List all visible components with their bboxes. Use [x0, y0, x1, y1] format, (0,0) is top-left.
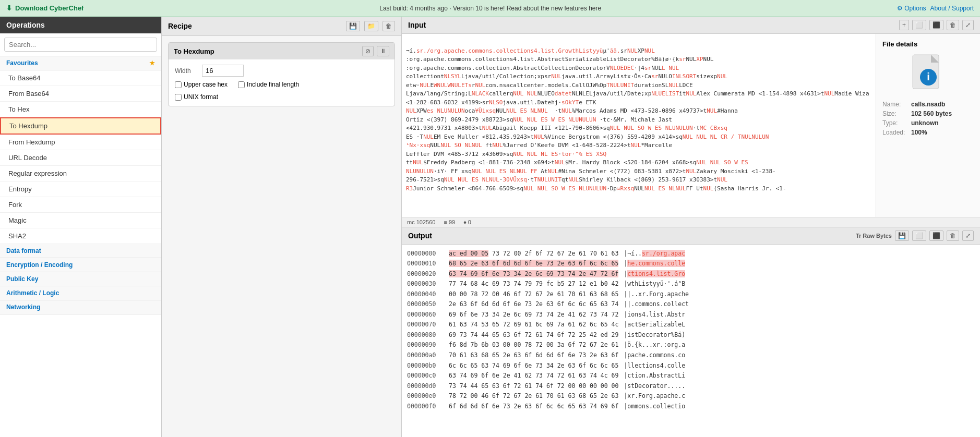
hex-row: 000000502e 63 6f 6d 6d 6f 6e 73 2e 63 6f…: [407, 299, 975, 310]
svg-text:i: i: [927, 71, 930, 82]
hex-offset: 00000000: [407, 249, 444, 259]
search-input[interactable]: [4, 38, 157, 52]
sidebar-section-data-format[interactable]: Data format: [0, 244, 161, 258]
hex-ascii: |ctions4.list.Gro: [624, 269, 685, 280]
input-split-button[interactable]: ⬛: [929, 20, 943, 30]
add-input-button[interactable]: +: [899, 20, 909, 30]
file-icon: i: [907, 52, 949, 94]
upper-case-option[interactable]: Upper case hex: [175, 81, 228, 88]
sidebar-section-encryption[interactable]: Encryption / Encoding: [0, 258, 161, 272]
output-title: Output: [408, 232, 432, 240]
input-header: Input + ⬜ ⬛ 🗑 ⤢: [402, 17, 980, 34]
hex-row: 00000090f6 8d 7b 6b 03 00 00 78 72 00 3a…: [407, 340, 975, 350]
sidebar-search-area: [0, 33, 161, 56]
input-expand-button[interactable]: ⤢: [962, 20, 974, 30]
hex-row: 000000b06c 6c 65 63 74 69 6f 6e 73 34 2e…: [407, 361, 975, 371]
input-text[interactable]: ¬í.sr./org.apache.commons.collections4.l…: [402, 34, 876, 217]
final-length-checkbox[interactable]: [238, 81, 245, 88]
output-new-button[interactable]: ⬜: [912, 230, 926, 241]
topbar-right: ⚙ Options About / Support: [897, 5, 974, 12]
hex-row: 000000a070 61 63 68 65 2e 63 6f 6d 6d 6f…: [407, 350, 975, 361]
hex-ascii: ||.commons.collect: [624, 299, 689, 310]
hex-bytes: 00 00 78 72 00 46 6f 72 67 2e 61 70 61 6…: [449, 289, 618, 300]
sidebar-item-regex[interactable]: Regular expression: [0, 166, 161, 181]
upper-case-checkbox[interactable]: [175, 81, 182, 88]
sidebar-item-fork[interactable]: Fork: [0, 197, 161, 213]
output-body[interactable]: 00000000ac ed 00 05 73 72 00 2f 6f 72 67…: [402, 245, 980, 438]
hex-bytes: 2e 63 6f 6d 6d 6f 6e 73 2e 63 6f 6c 6c 6…: [449, 299, 618, 310]
hex-offset: 000000e0: [407, 391, 444, 402]
hex-row: 0000006069 6f 6e 73 34 2e 6c 69 73 74 2e…: [407, 310, 975, 320]
file-details-panel: File details i Name: calls.n: [876, 34, 980, 217]
file-size-row: Size: 102 560 bytes: [882, 110, 974, 117]
load-recipe-button[interactable]: 📁: [364, 21, 378, 31]
options-link[interactable]: ⚙ Options: [897, 5, 926, 12]
sidebar-title: Operations: [0, 17, 161, 33]
hex-offset: 00000010: [407, 259, 444, 269]
hex-bytes: 78 72 00 46 6f 72 67 2e 61 70 61 63 68 6…: [449, 391, 618, 402]
sidebar-section-public-key[interactable]: Public Key: [0, 272, 161, 286]
sidebar-item-to-base64[interactable]: To Base64: [0, 70, 161, 86]
hex-row: 0000008069 73 74 44 65 63 6f 72 61 74 6f…: [407, 330, 975, 341]
input-status-bar: mc 102560 ≡ 99 ♦ 0: [402, 217, 980, 227]
sidebar-item-from-base64[interactable]: From Base64: [0, 86, 161, 102]
hex-offset: 00000020: [407, 269, 444, 280]
hex-ascii: |he.commons.colle: [624, 259, 685, 269]
hex-bytes: 69 6f 6e 73 34 2e 6c 69 73 74 2e 41 62 7…: [449, 310, 618, 320]
hex-offset: 000000f0: [407, 402, 444, 412]
download-link[interactable]: ⬇ Download CyberChef: [6, 4, 83, 12]
output-expand-button[interactable]: ⤢: [962, 230, 974, 241]
sidebar-item-to-hex[interactable]: To Hex: [0, 102, 161, 117]
about-link[interactable]: About / Support: [930, 5, 974, 12]
recipe-title: Recipe: [168, 22, 192, 30]
hex-ascii: |ions4.list.Abstr: [624, 310, 685, 320]
disable-operation-button[interactable]: ⊘: [362, 46, 374, 56]
status-bytes: mc 102560: [407, 219, 435, 225]
width-input[interactable]: [202, 65, 244, 77]
hex-ascii: |xr.Forg.apache.c: [624, 391, 685, 402]
hex-offset: 000000b0: [407, 361, 444, 371]
hex-bytes: 6c 6c 65 63 74 69 6f 6e 73 34 2e 63 6f 6…: [449, 361, 618, 371]
file-loaded-row: Loaded: 100%: [882, 129, 974, 136]
save-recipe-button[interactable]: 💾: [346, 21, 360, 31]
hex-bytes: 61 63 74 53 65 72 69 61 6c 69 7a 61 62 6…: [449, 320, 618, 330]
output-split-button[interactable]: ⬛: [929, 230, 943, 241]
hex-offset: 00000040: [407, 289, 444, 300]
sidebar-item-url-decode[interactable]: URL Decode: [0, 150, 161, 166]
hex-offset: 000000d0: [407, 381, 444, 392]
sidebar-item-magic[interactable]: Magic: [0, 213, 161, 228]
sidebar-item-to-hexdump[interactable]: To Hexdump: [0, 117, 161, 135]
hex-ascii: |ction.AbstractLi: [624, 371, 685, 381]
final-length-option[interactable]: Include final length: [238, 81, 299, 88]
hex-bytes: 73 74 44 65 63 6f 72 61 74 6f 72 00 00 0…: [449, 381, 618, 392]
clear-recipe-button[interactable]: 🗑: [383, 21, 395, 31]
sidebar-item-from-hexdump[interactable]: From Hexdump: [0, 135, 161, 150]
recipe-content: To Hexdump ⊘ ⏸ Width Upper case hex: [162, 36, 401, 437]
hex-row: 0000002063 74 69 6f 6e 73 34 2e 6c 69 73…: [407, 269, 975, 280]
unix-format-checkbox[interactable]: [175, 94, 182, 101]
recipe-header: Recipe 💾 📁 🗑: [162, 17, 401, 36]
output-clear-button[interactable]: 🗑: [947, 230, 959, 241]
sidebar-section-arithmetic[interactable]: Arithmetic / Logic: [0, 286, 161, 300]
sidebar-item-sha2[interactable]: SHA2: [0, 228, 161, 244]
hex-ascii: |ö.{k...xr.:org.a: [624, 340, 685, 350]
input-new-button[interactable]: ⬜: [912, 20, 926, 30]
sidebar-item-entropy[interactable]: Entropy: [0, 181, 161, 197]
main-layout: Operations Favourites ★ To Base64 From B…: [0, 17, 980, 437]
hex-ascii: |ommons.collectio: [624, 402, 685, 412]
output-area: Output Tr Raw Bytes 💾 ⬜ ⬛ 🗑 ⤢ 00000000ac…: [402, 227, 980, 438]
sidebar-section-favourites[interactable]: Favourites ★: [0, 56, 161, 70]
input-body: ¬í.sr./org.apache.commons.collections4.l…: [402, 34, 980, 217]
pause-operation-button[interactable]: ⏸: [377, 46, 389, 56]
hex-bytes: 68 65 2e 63 6f 6d 6d 6f 6e 73 2e 63 6f 6…: [449, 259, 618, 269]
star-icon: ★: [149, 59, 155, 67]
input-clear-button[interactable]: 🗑: [947, 20, 959, 30]
output-save-button[interactable]: 💾: [895, 230, 909, 241]
hex-row: 0000004000 00 78 72 00 46 6f 72 67 2e 61…: [407, 289, 975, 300]
hex-row: 000000e078 72 00 46 6f 72 67 2e 61 70 61…: [407, 391, 975, 402]
hex-ascii: |stDecorator.....: [624, 381, 685, 392]
unix-format-option[interactable]: UNIX format: [175, 93, 388, 101]
hex-row: 0000003077 74 68 4c 69 73 74 79 79 fc b5…: [407, 279, 975, 289]
sidebar-section-networking[interactable]: Networking: [0, 300, 161, 314]
hex-bytes: 63 74 69 6f 6e 2e 41 62 73 74 72 61 63 7…: [449, 371, 618, 381]
